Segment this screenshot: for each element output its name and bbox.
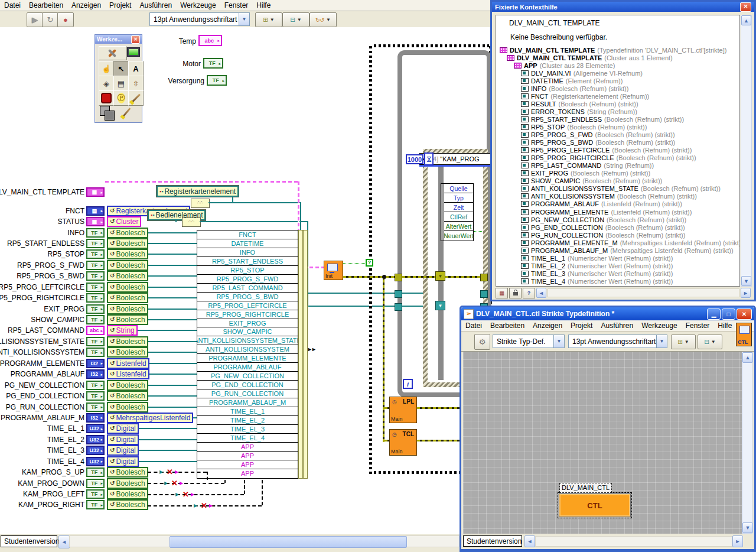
tunnel[interactable] xyxy=(395,274,402,281)
property-node[interactable]: ↺Boolesch xyxy=(107,347,148,358)
control-terminal[interactable]: TF▸ xyxy=(86,467,105,477)
cast-to-specific-class-node[interactable]: ∴∴ xyxy=(182,217,201,227)
boolean-terminal[interactable]: TF▸ xyxy=(203,58,223,69)
shift-register[interactable]: ▼ xyxy=(435,271,445,281)
property-node[interactable]: ↺Boolesch xyxy=(107,336,148,347)
color-tool-button[interactable] xyxy=(100,106,115,121)
property-node[interactable]: ↺Boolesch xyxy=(107,260,148,271)
typedef-canvas[interactable]: DLV_MAIN_CTL CTL xyxy=(463,352,742,534)
bundle-row[interactable]: TIME_EL_3 xyxy=(197,425,298,434)
text-tool-button[interactable]: A xyxy=(128,61,144,76)
scroll-up-button[interactable]: ▲ xyxy=(742,352,753,363)
bundle-row[interactable]: SHOW_CAMPIC xyxy=(197,327,298,336)
property-node[interactable]: ↺Boolesch xyxy=(107,314,148,325)
property-node[interactable]: ↺Boolesch xyxy=(107,304,148,314)
scroll-right-button[interactable]: ► xyxy=(741,288,751,298)
control-terminal[interactable]: U32▸ xyxy=(86,457,105,466)
menu-item[interactable]: Hilfe xyxy=(252,1,275,10)
minimize-button[interactable]: ▁ xyxy=(707,309,721,320)
tcl-subvi[interactable]: ◷ TCL Main xyxy=(389,429,417,456)
property-node[interactable]: ↺Boolesch xyxy=(107,478,148,489)
ctl-type-badge[interactable]: CTL xyxy=(736,323,752,346)
control-terminal[interactable]: TF▸ xyxy=(86,337,105,346)
bundle-row[interactable]: EXIT_PROG xyxy=(197,319,298,328)
scrollbar-thumb[interactable] xyxy=(170,536,407,548)
control-terminal[interactable]: TF▸ xyxy=(86,304,105,314)
popup-menu-tool-button[interactable]: ▤ xyxy=(113,76,129,91)
control-terminal[interactable]: TF▸ xyxy=(86,402,105,412)
bundle-row[interactable]: RP5_START_ENDLESS xyxy=(197,257,298,266)
control-terminal[interactable]: TF▸ xyxy=(86,228,105,238)
bundle-row[interactable]: RP5_STOP xyxy=(197,266,298,275)
menu-item[interactable]: Fenster xyxy=(220,1,253,10)
wiring-tool-button[interactable]: ◈ xyxy=(99,76,114,91)
bundle-row[interactable]: TIME_EL_4 xyxy=(197,434,298,443)
control-terminal[interactable]: TF▸ xyxy=(86,489,105,499)
scroll-left-button[interactable]: ◄ xyxy=(524,535,535,547)
bundle-row[interactable]: ANTI_KOLLISIONSSYSTEM xyxy=(197,345,298,354)
scroll-left-button[interactable]: ◄ xyxy=(536,288,546,298)
property-node[interactable]: ↺String xyxy=(107,325,138,336)
question-tunnel[interactable]: ? xyxy=(366,259,373,267)
property-node[interactable]: ↺Boolesch xyxy=(107,238,148,249)
typedef-titlebar[interactable]: ➢ DLV_MAIN_CTL.ctl Strikte Typdefinition… xyxy=(461,307,754,320)
tunnel[interactable] xyxy=(395,303,402,311)
property-node[interactable]: ↺Digital xyxy=(107,434,139,445)
loop-iteration-terminal[interactable]: i xyxy=(403,379,413,389)
menu-item[interactable]: Anzeigen xyxy=(67,1,105,10)
control-terminal[interactable]: U32▸ xyxy=(86,435,105,444)
breakpoint-tool-button[interactable] xyxy=(99,90,114,106)
close-icon[interactable]: ✕ xyxy=(131,35,140,44)
property-node[interactable]: ↺Digital xyxy=(107,445,139,456)
tunnel[interactable] xyxy=(480,274,488,281)
run-continuous-button[interactable]: ↻ xyxy=(42,12,58,27)
control-terminal[interactable]: TF▸ xyxy=(86,239,105,248)
horizontal-scrollbar[interactable] xyxy=(535,536,732,547)
abort-button[interactable]: ● xyxy=(57,12,74,27)
operate-tool-button[interactable]: ☝ xyxy=(99,61,114,76)
init-subvi[interactable]: Init xyxy=(324,261,343,280)
control-terminal[interactable]: TF▸ xyxy=(86,293,105,303)
bundle-row[interactable]: APP xyxy=(197,469,298,478)
class-specifier-constant[interactable]: ▪▪Registerkartenelement xyxy=(157,186,239,197)
control-terminal[interactable]: TF▸ xyxy=(86,500,105,509)
ctl-control[interactable]: CTL xyxy=(559,493,631,517)
bundle-row[interactable]: RP5_PROG_S_BWD xyxy=(197,293,298,301)
menu-item[interactable]: Projekt xyxy=(566,321,597,330)
broken-wire-x-icon[interactable]: ✕ xyxy=(183,491,189,498)
event-data-field[interactable]: AlterWert xyxy=(444,222,473,231)
property-node[interactable]: ↺Listenfeld xyxy=(107,358,149,369)
property-node[interactable]: ↺Boolesch xyxy=(107,228,148,238)
bundle-row[interactable]: PG_NEW_COLLECTION xyxy=(197,372,298,381)
paintbrush-icon[interactable] xyxy=(123,108,131,117)
menu-item[interactable]: Anzeigen xyxy=(529,321,566,330)
distribute-objects-button[interactable]: ⊟▼ xyxy=(282,12,309,27)
property-node[interactable]: ↺Listenfeld xyxy=(107,369,149,379)
background-color-swatch[interactable] xyxy=(105,111,115,121)
control-terminal[interactable]: abc▸ xyxy=(86,326,105,335)
probe-tool-button[interactable]: Ⓟ xyxy=(113,90,129,106)
chevron-down-icon[interactable]: ▼ xyxy=(656,335,667,348)
control-terminal[interactable]: TF▸ xyxy=(86,391,105,401)
property-node[interactable]: ↺Boolesch xyxy=(107,391,148,401)
typedef-selector[interactable]: Strikte Typ-Def. ▼ xyxy=(493,335,565,348)
menu-item[interactable]: Projekt xyxy=(105,1,135,10)
control-terminal[interactable]: TF▸ xyxy=(86,271,105,281)
vertical-scrollbar[interactable]: ▲ ▼ xyxy=(741,15,752,287)
string-terminal[interactable]: abc▸ xyxy=(198,35,222,46)
broken-wire-x-icon[interactable]: ✕ xyxy=(167,468,173,476)
property-node[interactable]: ↺Boolesch xyxy=(107,293,148,303)
event-data-field[interactable]: Typ xyxy=(444,193,473,203)
bundle-row[interactable]: RP5_PROG_S_FWD xyxy=(197,275,298,284)
chevron-down-icon[interactable]: ▼ xyxy=(239,13,249,25)
lpl-subvi[interactable]: ◷ LPL Main xyxy=(389,397,417,423)
control-terminal[interactable]: TF▸ xyxy=(86,261,105,270)
menu-item[interactable]: Werkzeuge xyxy=(637,321,681,330)
control-terminal[interactable]: TF▸ xyxy=(86,315,105,324)
property-node[interactable]: ↺Cluster xyxy=(107,216,141,227)
event-data-field[interactable]: Quelle xyxy=(444,184,473,193)
close-button[interactable]: ✕ xyxy=(737,309,752,320)
property-node[interactable]: ↺Digital xyxy=(107,423,139,434)
align-objects-button[interactable]: ⊞▼ xyxy=(255,12,282,27)
bundle-row[interactable]: PG_RUN_COLLECTION xyxy=(197,389,298,398)
